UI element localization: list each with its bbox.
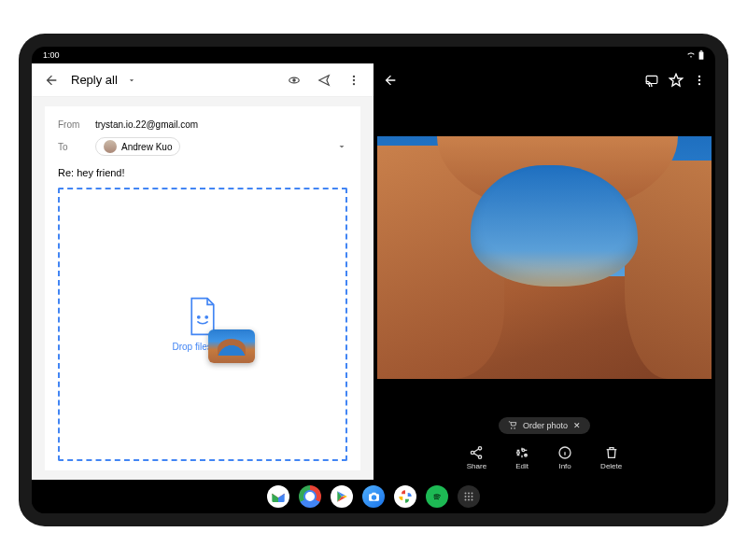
taskbar-chrome-icon[interactable] xyxy=(299,485,321,508)
svg-point-11 xyxy=(698,79,700,81)
svg-rect-9 xyxy=(646,76,657,83)
cast-icon[interactable] xyxy=(644,74,659,87)
svg-point-20 xyxy=(465,493,467,495)
drop-zone[interactable]: Drop files here xyxy=(58,188,347,461)
svg-point-27 xyxy=(468,499,470,501)
svg-point-12 xyxy=(698,83,700,85)
attach-icon[interactable] xyxy=(284,70,304,91)
info-button[interactable]: Info xyxy=(557,445,572,470)
battery-icon xyxy=(698,50,704,60)
svg-point-16 xyxy=(517,452,520,455)
taskbar-photos-icon[interactable] xyxy=(394,485,416,508)
svg-point-17 xyxy=(522,449,525,452)
from-label: From xyxy=(58,119,86,130)
more-icon[interactable] xyxy=(344,70,364,91)
delete-button[interactable]: Delete xyxy=(600,445,622,470)
send-icon[interactable] xyxy=(314,70,334,91)
avatar xyxy=(104,140,117,153)
dragged-photo-thumbnail[interactable] xyxy=(208,329,255,363)
svg-point-7 xyxy=(198,316,200,318)
svg-point-4 xyxy=(353,75,355,77)
chevron-down-icon[interactable] xyxy=(336,141,347,152)
compose-title[interactable]: Reply all xyxy=(71,73,118,87)
taskbar-spotify-icon[interactable] xyxy=(426,485,448,508)
order-chip-label: Order photo xyxy=(523,421,568,430)
info-icon xyxy=(557,445,572,460)
photo-actions: Share Edit Info Delete xyxy=(374,440,715,480)
edit-button[interactable]: Edit xyxy=(514,445,529,470)
recipient-name: Andrew Kuo xyxy=(121,142,172,152)
svg-rect-1 xyxy=(700,50,702,51)
status-bar: 1:00 xyxy=(32,47,715,63)
photo-arch xyxy=(377,136,712,379)
back-icon[interactable] xyxy=(41,70,62,91)
photo-viewer[interactable] xyxy=(374,97,715,417)
gmail-compose-pane: Reply all xyxy=(32,63,374,480)
svg-point-21 xyxy=(468,493,470,495)
photos-pane: Order photo ✕ Share Edit Info xyxy=(374,63,715,480)
svg-point-10 xyxy=(698,76,700,77)
dropdown-icon[interactable] xyxy=(127,76,136,85)
share-icon xyxy=(469,445,484,460)
edit-icon xyxy=(514,445,529,460)
svg-point-5 xyxy=(353,78,355,80)
star-icon[interactable] xyxy=(669,73,684,88)
taskbar-apps-icon[interactable] xyxy=(458,485,480,508)
subject-line[interactable]: Re: hey friend! xyxy=(58,160,347,188)
svg-point-6 xyxy=(353,82,355,84)
to-label: To xyxy=(58,142,86,152)
share-button[interactable]: Share xyxy=(467,445,486,470)
delete-icon xyxy=(604,445,619,460)
wifi-icon xyxy=(686,51,696,59)
statusbar-time: 1:00 xyxy=(43,50,60,60)
photos-more-icon[interactable] xyxy=(693,74,706,87)
svg-rect-0 xyxy=(699,51,704,59)
from-row: From trystan.io.22@gmail.com xyxy=(58,116,347,133)
recipient-chip[interactable]: Andrew Kuo xyxy=(95,137,180,156)
svg-point-25 xyxy=(472,496,473,497)
compose-header: Reply all xyxy=(32,63,374,97)
photos-header xyxy=(374,63,715,97)
screen: 1:00 Reply all xyxy=(32,47,715,513)
to-row[interactable]: To Andrew Kuo xyxy=(58,133,347,160)
close-icon[interactable]: ✕ xyxy=(573,421,581,430)
svg-point-24 xyxy=(468,496,470,497)
svg-point-23 xyxy=(465,496,467,497)
tablet-frame: 1:00 Reply all xyxy=(19,34,728,526)
from-address: trystan.io.22@gmail.com xyxy=(95,119,198,130)
svg-point-26 xyxy=(465,499,467,501)
photos-back-icon[interactable] xyxy=(383,73,398,88)
taskbar-camera-icon[interactable] xyxy=(362,485,385,508)
taskbar xyxy=(32,480,715,513)
taskbar-gmail-icon[interactable] xyxy=(267,485,289,508)
taskbar-play-store-icon[interactable] xyxy=(331,485,353,508)
svg-point-8 xyxy=(205,316,207,318)
svg-point-22 xyxy=(472,493,473,495)
svg-point-28 xyxy=(472,499,473,501)
order-photo-chip[interactable]: Order photo ✕ xyxy=(499,417,590,434)
cart-icon xyxy=(508,421,517,430)
svg-point-3 xyxy=(293,78,295,80)
